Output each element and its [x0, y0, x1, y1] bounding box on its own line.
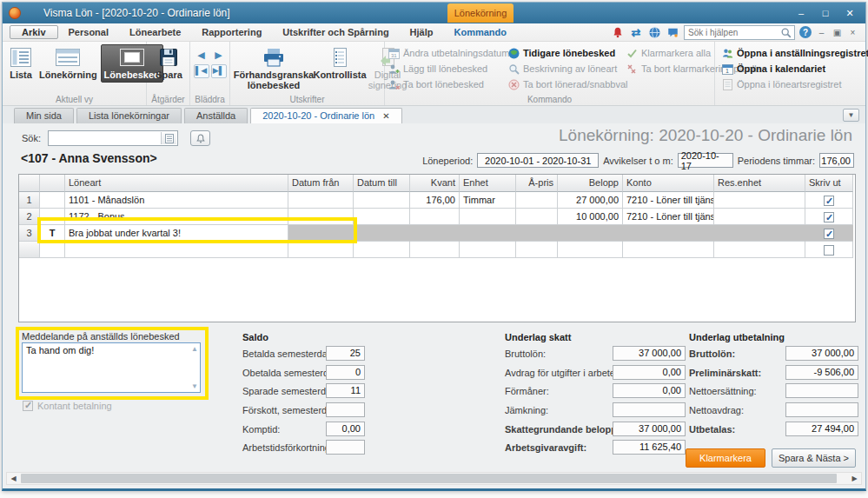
resenhet-cell[interactable] [714, 225, 805, 242]
skatt-field[interactable]: 37 000,00 [613, 422, 686, 436]
menu-personal[interactable]: Personal [58, 25, 119, 39]
skatt-field[interactable]: 37 000,00 [613, 346, 686, 361]
first-icon[interactable]: ▌◀ [194, 64, 209, 78]
kvant-cell[interactable] [410, 225, 460, 242]
row-type-cell[interactable] [40, 242, 65, 258]
resenhet-cell[interactable] [714, 209, 805, 225]
help-search-box[interactable] [684, 25, 795, 40]
scroll-up-icon[interactable]: ▲ [191, 345, 198, 353]
utbetalning-field[interactable]: 27 494,00 [785, 422, 858, 436]
loneart-cell[interactable]: 1101 - Månadslön [65, 192, 288, 209]
scrollbar-thumb[interactable] [21, 474, 837, 483]
row-type-cell[interactable] [40, 192, 65, 209]
reminder-bell-button[interactable] [190, 130, 210, 146]
skatt-field[interactable]: 11 625,40 [613, 440, 686, 455]
message-textarea[interactable]: Ta hand om dig! ▲ ▼ [22, 342, 201, 393]
spara-button[interactable]: Spara [152, 44, 186, 83]
menu-rapportering[interactable]: Rapportering [191, 25, 272, 39]
refresh-icon[interactable]: ⇄ [629, 25, 643, 39]
menu-arkiv[interactable]: Arkiv [10, 25, 58, 39]
menu-lonearbete[interactable]: Lönearbete [119, 25, 191, 39]
spara-nasta-button[interactable]: Spara & Nästa > [772, 448, 856, 468]
scroll-down-icon[interactable]: ▼ [191, 382, 198, 390]
konto-cell[interactable] [623, 225, 714, 242]
datum-till-cell[interactable] [354, 242, 410, 258]
loneart-cell[interactable]: Bra jobbat under kvartal 3! [65, 225, 288, 242]
enhet-cell[interactable] [460, 209, 516, 225]
datum-fran-cell[interactable] [288, 192, 354, 209]
print-checkbox[interactable] [824, 245, 834, 256]
maximize-icon[interactable]: □ [813, 6, 838, 21]
tidigare-lonebesked-command[interactable]: Tidigare lönebesked [508, 45, 627, 61]
restore-window-icon[interactable]: ▣ [832, 28, 843, 37]
tab-anstallda[interactable]: Anställda [184, 108, 248, 123]
datum-fran-cell[interactable] [288, 209, 354, 225]
datum-till-cell[interactable] [354, 209, 410, 225]
oppna-anstallningsregistret-command[interactable]: Öppna i anställningsregistret [722, 45, 868, 61]
saldo-field[interactable] [326, 402, 365, 417]
row-type-cell[interactable]: T [40, 225, 65, 242]
search-list-icon[interactable] [161, 132, 176, 144]
lonekorning-view-button[interactable]: Lönekörning [36, 44, 101, 83]
lista-button[interactable]: Lista [6, 44, 36, 83]
employee-search-input[interactable] [49, 131, 160, 145]
row-number[interactable]: 3 [19, 225, 40, 242]
loneart-cell[interactable]: 1172 - Bonus [65, 209, 288, 225]
tab-close-icon[interactable]: ✕ [382, 111, 389, 121]
skatt-field[interactable] [613, 402, 686, 417]
kvant-cell[interactable] [410, 242, 460, 258]
minimize-icon[interactable]: – [789, 6, 813, 21]
skatt-field[interactable]: 0,00 [613, 365, 686, 380]
forhandsgranska-button[interactable]: Förhandsgranska lönebesked [234, 44, 314, 93]
scroll-left-icon[interactable]: ◀ [7, 473, 20, 484]
kvant-cell[interactable] [410, 209, 460, 225]
previous-icon[interactable]: ◀ [194, 49, 209, 63]
timmar-field[interactable]: 176,00 [819, 153, 854, 168]
print-checkbox[interactable] [824, 229, 834, 239]
utbetalning-field[interactable] [785, 402, 858, 417]
konto-cell[interactable]: 7210 - Löner till tjänste [623, 192, 714, 209]
utbetalning-field[interactable] [785, 383, 858, 398]
last-icon[interactable]: ▶▌ [211, 64, 227, 78]
tab-min-sida[interactable]: Min sida [14, 108, 74, 123]
avvikelser-field[interactable]: 2020-10-17 [678, 153, 733, 168]
contextual-tab-lonekorning[interactable]: Lönekörning [447, 3, 514, 23]
belopp-cell[interactable] [558, 225, 623, 242]
next-icon[interactable]: ▶ [211, 49, 227, 63]
saldo-field[interactable]: 25 [326, 346, 365, 361]
row-number[interactable] [19, 242, 40, 258]
kvant-cell[interactable]: 176,00 [410, 192, 460, 209]
klarmarkera-button[interactable]: Klarmarkera [686, 448, 765, 468]
search-icon[interactable] [780, 27, 792, 39]
belopp-cell[interactable]: 27 000,00 [558, 192, 623, 209]
ribbon-minimize-icon[interactable]: – [816, 28, 827, 37]
saldo-field[interactable]: 0,00 [326, 422, 365, 436]
row-number[interactable]: 2 [19, 209, 40, 225]
enhet-cell[interactable]: Timmar [460, 192, 516, 209]
resenhet-cell[interactable] [714, 242, 805, 258]
row-type-cell[interactable] [40, 209, 65, 225]
datum-till-cell[interactable] [354, 192, 410, 209]
konto-cell[interactable] [623, 242, 714, 258]
belopp-cell[interactable]: 10 000,00 [558, 209, 623, 225]
kontrollista-button[interactable]: Kontrollista [314, 44, 366, 83]
menu-utskrifter-sparning[interactable]: Utskrifter och Spårning [272, 25, 399, 39]
utbetalning-field[interactable]: -9 506,00 [785, 365, 858, 380]
scroll-right-icon[interactable]: ▶ [848, 473, 861, 484]
tab-lista-lonekorningar[interactable]: Lista lönekörningar [76, 108, 182, 123]
notifications-bell-icon[interactable] [611, 25, 625, 39]
apris-cell[interactable] [516, 242, 558, 258]
row-number[interactable]: 1 [19, 192, 40, 209]
globe-icon[interactable] [647, 25, 661, 39]
tab-active-lonekorning[interactable]: 2020-10-20 - Ordinarie lön ✕ [250, 108, 401, 123]
saldo-field[interactable]: 0 [326, 365, 365, 380]
saldo-field[interactable]: 11 [326, 383, 365, 398]
help-icon[interactable] [799, 26, 812, 38]
belopp-cell[interactable] [558, 242, 623, 258]
chat-icon[interactable] [666, 25, 679, 39]
horizontal-scrollbar[interactable]: ◀ ▶ [6, 472, 862, 485]
skatt-field[interactable]: 0,00 [613, 383, 686, 398]
menu-kommando[interactable]: Kommando [444, 25, 518, 39]
resenhet-cell[interactable] [714, 192, 805, 209]
apris-cell[interactable] [516, 192, 558, 209]
